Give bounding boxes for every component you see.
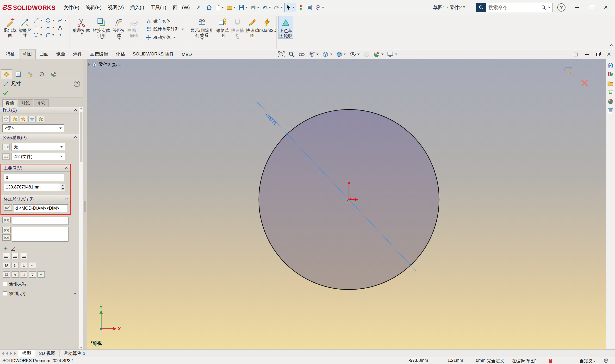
print-button[interactable] [249, 3, 260, 12]
align-left-button[interactable] [3, 253, 10, 259]
view-settings-icon[interactable] [386, 51, 398, 58]
align-center-button[interactable] [12, 253, 19, 259]
align-right-button[interactable] [20, 253, 27, 259]
dimension-text-box-3[interactable] [12, 227, 68, 242]
sketch-canvas[interactable]: Ø139.88 Y X [87, 59, 606, 349]
command-search-box[interactable] [476, 3, 552, 12]
menu-edit[interactable]: 编辑(E) [82, 2, 105, 13]
menu-tools[interactable]: 工具(T) [147, 2, 169, 13]
panel-scrollbar[interactable] [79, 107, 83, 349]
instant2d-button[interactable]: Instant2D [260, 16, 275, 33]
save-button[interactable] [237, 3, 248, 12]
graphics-viewport[interactable]: Ø139.88 Y X [87, 59, 606, 349]
dual-dimension-checkbox[interactable] [3, 291, 7, 296]
menu-insert[interactable]: 插入(I) [127, 2, 147, 13]
leader-symbol-button[interactable]: ⌐ [29, 262, 36, 268]
help-icon[interactable] [557, 3, 565, 12]
ellipse-tool-button[interactable] [45, 25, 55, 31]
last-tab-icon[interactable] [14, 352, 16, 355]
command-list-button[interactable] [305, 3, 313, 12]
sketch-point[interactable] [410, 264, 411, 266]
search-icon[interactable] [540, 4, 547, 11]
dimension-text-input[interactable] [13, 204, 68, 212]
all-caps-checkbox[interactable] [3, 282, 7, 286]
hide-show-items-icon[interactable] [349, 51, 360, 58]
arc-tool-button[interactable] [45, 32, 55, 38]
rectangle-tool-button[interactable] [33, 25, 43, 31]
linear-pattern-button[interactable]: 线性草图阵列 [146, 26, 184, 32]
tab-surfaces[interactable]: 曲面 [36, 49, 52, 59]
spinner[interactable] [60, 183, 65, 191]
restore-button[interactable] [585, 2, 598, 13]
menu-window[interactable]: 窗口(W) [169, 2, 193, 13]
line-tool-button[interactable] [33, 17, 43, 24]
doc-close-button[interactable] [607, 51, 611, 58]
more-symbols-button[interactable]: + [38, 271, 45, 278]
smart-dimension-button[interactable]: 智能尺寸 [17, 16, 32, 38]
offset-entities-button[interactable]: 等距实体 [111, 16, 126, 40]
tab-evaluate[interactable]: 评估 [112, 49, 129, 59]
point-tool-button[interactable] [57, 32, 67, 38]
save-favorite-button[interactable] [28, 116, 36, 122]
counterbore-symbol-button[interactable]: ⊔ [20, 271, 27, 278]
tab-other[interactable]: 其它 [34, 99, 49, 107]
search-dropdown-icon[interactable] [548, 7, 550, 8]
scroll-up-icon[interactable] [80, 108, 82, 109]
precision-dropdown[interactable]: .12 (文件) [12, 153, 65, 160]
scroll-down-icon[interactable] [80, 347, 82, 348]
next-tab-icon[interactable] [10, 352, 12, 355]
menu-view[interactable]: 视图(V) [105, 2, 127, 13]
zoom-to-area-icon[interactable] [288, 51, 295, 58]
zoom-to-fit-icon[interactable] [278, 51, 285, 58]
tab-direct-editing[interactable]: 直接编辑 [86, 49, 112, 59]
custom-dropdown[interactable]: 自定义 [580, 358, 596, 364]
diameter-symbol-button[interactable]: Ø [3, 262, 10, 268]
tab-features[interactable]: 特征 [2, 49, 19, 59]
dimension-text-section-header[interactable]: 标注尺寸文字(I) [1, 195, 70, 202]
panel-splitter[interactable] [83, 59, 87, 349]
tab-sheet-metal[interactable]: 钣金 [52, 49, 69, 59]
depth-symbol-button[interactable]: ⊽ [29, 271, 36, 278]
display-delete-relations-button[interactable]: 显示/删除几何关系 [189, 16, 215, 40]
display-manager-tab[interactable] [48, 69, 59, 79]
parentheses-button[interactable]: () [12, 262, 19, 268]
repair-sketch-button[interactable]: 修复草图 [215, 16, 230, 38]
tab-3d-views[interactable]: 3D 视图 [35, 350, 60, 357]
dimxpert-manager-tab[interactable] [36, 69, 47, 79]
circle-tool-button[interactable] [45, 17, 55, 24]
design-library-icon[interactable] [607, 71, 614, 77]
tab-value[interactable]: 数值 [2, 99, 17, 107]
ok-checkmark-button[interactable] [2, 90, 9, 96]
dimension-name-input[interactable] [4, 174, 64, 181]
ribbon-collapse-icon[interactable] [610, 44, 613, 48]
polygon-tool-button[interactable] [33, 32, 43, 38]
dimension-text-box-2[interactable] [12, 217, 68, 225]
tag-icon[interactable] [549, 358, 552, 363]
previous-view-icon[interactable] [298, 51, 305, 58]
cancel-sketch-icon[interactable] [580, 78, 589, 89]
tolerance-type-dropdown[interactable]: 无 [12, 143, 65, 151]
confirm-sketch-icon[interactable] [563, 66, 573, 76]
doc-minimize-button[interactable] [585, 54, 589, 55]
apply-scene-icon[interactable] [373, 51, 384, 58]
tab-weldments[interactable]: 焊件 [69, 49, 86, 59]
featuremanager-tree-tab[interactable] [13, 69, 24, 79]
pin-menu-icon[interactable] [194, 4, 202, 11]
center-dimension-icon[interactable] [3, 246, 8, 251]
angle-text-icon[interactable] [11, 246, 16, 251]
update-favorite-button[interactable] [37, 116, 44, 122]
file-explorer-icon[interactable] [607, 80, 614, 86]
spline-tool-button[interactable] [57, 17, 67, 24]
select-tool-button[interactable] [284, 3, 296, 12]
style-section-header[interactable]: 样式(S) [0, 107, 79, 114]
check-symbol-button[interactable]: ∨ [12, 271, 19, 278]
tab-addins[interactable]: SOLIDWORKS 插件 [129, 49, 178, 59]
tab-model[interactable]: 模型 [18, 350, 35, 357]
home-button[interactable] [205, 3, 213, 12]
collapse-icon[interactable] [73, 292, 77, 296]
configuration-manager-tab[interactable] [25, 69, 36, 79]
tab-mbd[interactable]: MBD [178, 50, 196, 59]
redo-button[interactable] [273, 3, 284, 12]
panel-help-icon[interactable] [74, 81, 80, 87]
dimension-value-input[interactable] [4, 183, 60, 191]
